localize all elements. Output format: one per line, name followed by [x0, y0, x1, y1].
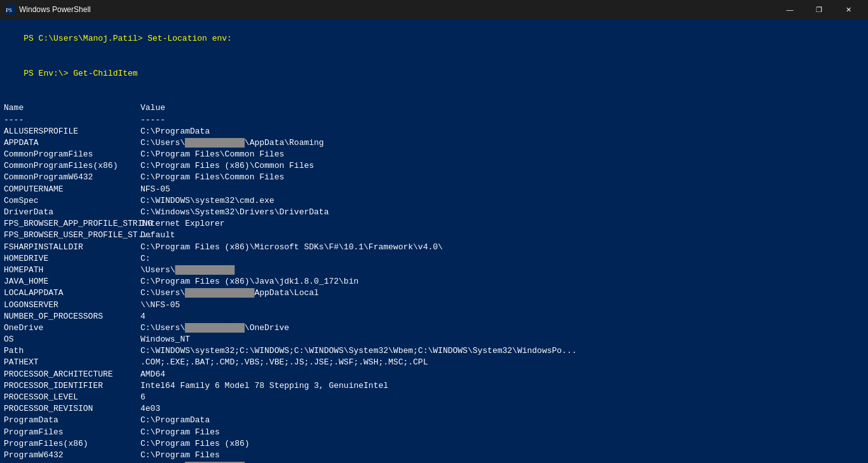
row-value: C:\Program Files (x86)\Java\jdk1.8.0_172… — [140, 276, 864, 287]
table-row: ComSpecC:\WINDOWS\system32\cmd.exe — [4, 195, 864, 207]
row-value: Windows_NT — [140, 334, 864, 345]
table-row: ALLUSERSPROFILEC:\ProgramData — [4, 126, 864, 137]
row-value: C:\Program Files\Common Files — [140, 172, 864, 183]
sep-value: ----- — [140, 114, 864, 126]
title-bar-left: PS Windows PowerShell — [5, 4, 91, 15]
row-name: LOGONSERVER — [4, 300, 140, 311]
row-value: C:\Program Files\Common Files — [140, 149, 864, 160]
row-name: FPS_BROWSER_USER_PROFILE_ST... — [4, 230, 140, 241]
row-name: PROCESSOR_ARCHITECTURE — [4, 369, 140, 380]
row-value: C:\WINDOWS\system32\cmd.exe — [140, 195, 864, 207]
row-name: LOCALAPPDATA — [4, 287, 140, 299]
table-row: LOCALAPPDATAC:\Users\██████████████AppDa… — [4, 287, 864, 299]
prompt-1: PS C:\Users\Manoj.Patil> — [24, 34, 147, 43]
table-row: FSHARPINSTALLDIRC:\Program Files (x86)\M… — [4, 242, 864, 253]
row-value: AMD64 — [140, 369, 864, 380]
table-row: PathC:\WINDOWS\system32;C:\WINDOWS;C:\WI… — [4, 345, 864, 357]
table-row: ProgramDataC:\ProgramData — [4, 415, 864, 426]
table-row: FPS_BROWSER_APP_PROFILE_STRINGInternet E… — [4, 218, 864, 230]
row-name: JAVA_HOME — [4, 276, 140, 287]
row-name: FPS_BROWSER_APP_PROFILE_STRING — [4, 218, 140, 230]
row-value: \Users\████████████ — [140, 265, 864, 276]
row-name: DriverData — [4, 207, 140, 218]
row-value: C:\ProgramData — [140, 415, 864, 426]
row-name: CommonProgramW6432 — [4, 172, 140, 183]
row-value: .COM;.EXE;.BAT;.CMD;.VBS;.VBE;.JS;.JSE;.… — [140, 357, 864, 368]
table-row: APPDATAC:\Users\████████████\AppData\Roa… — [4, 137, 864, 149]
table-row: CommonProgramFiles(x86)C:\Program Files … — [4, 160, 864, 172]
row-value: C:\Windows\System32\Drivers\DriverData — [140, 207, 864, 218]
row-value: 4e03 — [140, 403, 864, 415]
row-name: OneDrive — [4, 322, 140, 334]
table-row: HOMEPATH\Users\████████████ — [4, 265, 864, 276]
table-row: ProgramFiles(x86)C:\Program Files (x86) — [4, 438, 864, 450]
table-header: Name Value — [4, 102, 864, 114]
row-value: C:\Program Files — [140, 450, 864, 461]
table-row: ProgramW6432C:\Program Files — [4, 450, 864, 461]
row-value: 4 — [140, 311, 864, 322]
row-name: FSHARPINSTALLDIR — [4, 242, 140, 253]
row-name: APPDATA — [4, 137, 140, 149]
table-row: PROCESSOR_ARCHITECTUREAMD64 — [4, 369, 864, 380]
prompt-2: PS Env:\> — [24, 69, 73, 78]
row-name: PROCESSOR_IDENTIFIER — [4, 380, 140, 392]
powershell-icon: PS — [5, 4, 15, 15]
row-name: ProgramData — [4, 415, 140, 426]
table-row: CommonProgramW6432C:\Program Files\Commo… — [4, 172, 864, 183]
table-row: COMPUTERNAMENFS-05 — [4, 184, 864, 195]
header-name: Name — [4, 102, 140, 114]
row-name: ComSpec — [4, 195, 140, 207]
table-row: NUMBER_OF_PROCESSORS4 — [4, 311, 864, 322]
row-value: Internet Explorer — [140, 218, 864, 230]
table-row: OSWindows_NT — [4, 334, 864, 345]
row-value: Default — [140, 230, 864, 241]
sep-name: ---- — [4, 114, 140, 126]
row-name: CommonProgramFiles — [4, 149, 140, 160]
row-value: C: — [140, 253, 864, 265]
table-row: PROCESSOR_REVISION4e03 — [4, 403, 864, 415]
row-name: PATHEXT — [4, 357, 140, 368]
table-row: PATHEXT.COM;.EXE;.BAT;.CMD;.VBS;.VBE;.JS… — [4, 357, 864, 368]
row-name: NUMBER_OF_PROCESSORS — [4, 311, 140, 322]
cmd-1: Set-Location env: — [147, 34, 232, 43]
row-name: PROCESSOR_REVISION — [4, 403, 140, 415]
table-body: ALLUSERSPROFILEC:\ProgramDataAPPDATAC:\U… — [4, 126, 864, 463]
table-row: PROCESSOR_LEVEL6 — [4, 392, 864, 403]
row-value: C:\Program Files (x86)\Common Files — [140, 160, 864, 172]
row-value: NFS-05 — [140, 184, 864, 195]
row-name: OS — [4, 334, 140, 345]
row-value: C:\Users\████████████\OneDrive — [140, 322, 864, 334]
row-name: HOMEPATH — [4, 265, 140, 276]
row-name: ALLUSERSPROFILE — [4, 126, 140, 137]
table-row: CommonProgramFilesC:\Program Files\Commo… — [4, 149, 864, 160]
svg-text:PS: PS — [6, 7, 12, 13]
table-row: OneDriveC:\Users\████████████\OneDrive — [4, 322, 864, 334]
blank-line-1 — [4, 91, 864, 102]
row-name: ProgramW6432 — [4, 450, 140, 461]
row-name: PROCESSOR_LEVEL — [4, 392, 140, 403]
window-controls: — ❐ ✕ — [775, 0, 863, 19]
minimize-button[interactable]: — — [775, 0, 804, 19]
maximize-button[interactable]: ❐ — [804, 0, 834, 19]
row-value: C:\Program Files (x86) — [140, 438, 864, 450]
cmd-2: Get-ChildItem — [73, 69, 137, 78]
row-value: C:\Program Files (x86)\Microsoft SDKs\F#… — [140, 242, 864, 253]
row-name: ProgramFiles(x86) — [4, 438, 140, 450]
row-value: \\NFS-05 — [140, 300, 864, 311]
row-value: C:\WINDOWS\system32;C:\WINDOWS;C:\WINDOW… — [140, 345, 864, 357]
terminal-content: PS C:\Users\Manoj.Patil> Set-Location en… — [0, 19, 868, 463]
row-value: Intel64 Family 6 Model 78 Stepping 3, Ge… — [140, 380, 864, 392]
window-title: Windows PowerShell — [19, 5, 91, 14]
command-line-1: PS C:\Users\Manoj.Patil> Set-Location en… — [4, 22, 864, 57]
close-button[interactable]: ✕ — [834, 0, 863, 19]
title-bar: PS Windows PowerShell — ❐ ✕ — [0, 0, 868, 19]
command-line-2: PS Env:\> Get-ChildItem — [4, 57, 864, 92]
row-value: C:\ProgramData — [140, 126, 864, 137]
header-value: Value — [140, 102, 864, 114]
row-name: Path — [4, 345, 140, 357]
row-name: ProgramFiles — [4, 427, 140, 438]
row-name: HOMEDRIVE — [4, 253, 140, 265]
row-value: C:\Program Files — [140, 427, 864, 438]
row-name: COMPUTERNAME — [4, 184, 140, 195]
table-row: FPS_BROWSER_USER_PROFILE_ST...Default — [4, 230, 864, 241]
